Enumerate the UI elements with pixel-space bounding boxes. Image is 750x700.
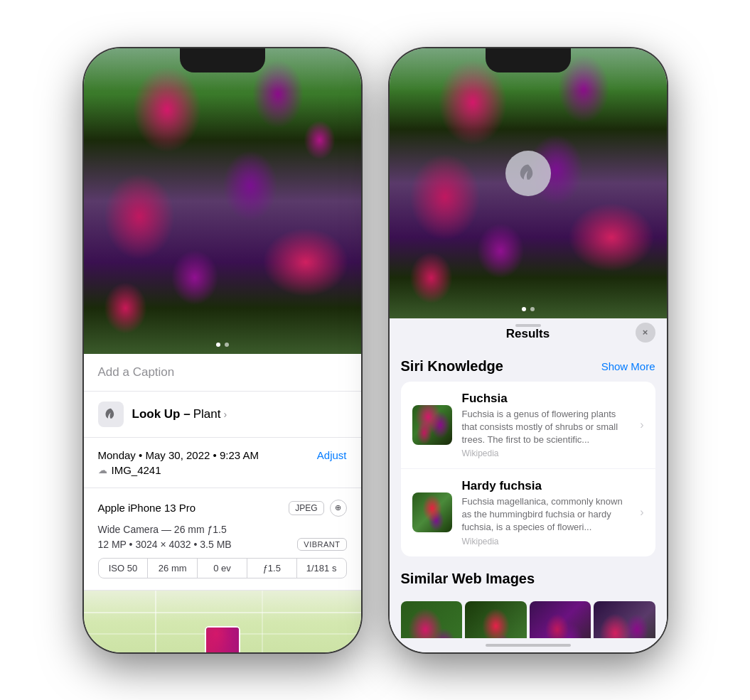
caption-placeholder[interactable]: Add a Caption [98,365,175,379]
siri-visual-intelligence-circle[interactable] [505,151,551,196]
specs-text: 12 MP • 3024 × 4032 • 3.5 MB [98,539,232,550]
siri-knowledge-header: Siri Knowledge Show More [401,347,655,382]
right-home-bar [486,644,571,647]
show-more-button[interactable]: Show More [601,360,655,372]
web-images-title: Similar Web Images [401,571,535,587]
hardy-thumbnail [412,492,452,532]
siri-knowledge-title: Siri Knowledge [401,358,503,375]
web-image-2[interactable] [465,601,527,638]
results-title: Results [506,327,550,341]
hardy-description: Fuchsia magellanica, commonly known as t… [462,495,631,534]
right-dot-indicator [522,307,535,311]
fuchsia-source: Wikipedia [462,448,631,458]
map-road-v1 [155,591,156,652]
right-photo-area[interactable] [390,48,667,318]
exif-focal: 26 mm [148,559,198,578]
caption-area[interactable]: Add a Caption [84,354,361,392]
web-images-grid[interactable] [401,601,655,638]
lookup-chevron-icon: › [223,409,227,420]
hardy-source: Wikipedia [462,537,631,546]
map-road-v2 [262,591,263,652]
right-home-indicator [390,638,667,652]
web-image-1[interactable] [401,601,463,638]
results-header: Results × [390,318,667,347]
photo-specs-row: 12 MP • 3024 × 4032 • 3.5 MB VIBRANT [98,538,347,551]
camera-info: Wide Camera — 26 mm ƒ1.5 [98,524,347,535]
leaf-icon [104,407,118,421]
map-photo-thumb [205,626,240,652]
exif-shutter: 1/181 s [297,559,346,578]
web-images-header: Similar Web Images [401,559,655,594]
lookup-row[interactable]: Look Up – Plant › [84,392,361,438]
fuchsia-thumbnail [412,405,452,445]
exif-aperture: ƒ1.5 [247,559,297,578]
device-name: Apple iPhone 13 Pro [98,502,196,514]
dot-2 [225,343,229,347]
vibrant-badge: VIBRANT [297,538,346,551]
fuchsia-thumb-image [412,405,452,445]
hardy-fuchsia-item[interactable]: Hardy fuchsia Fuchsia magellanica, commo… [401,469,655,556]
map-area[interactable] [84,591,361,652]
hardy-thumb-image [412,492,452,532]
photo-dot-indicator [216,343,229,347]
fuchsia-chevron-icon: › [640,419,643,431]
map-road-h1 [84,612,361,613]
right-screen: Results × Siri Knowledge Show More [390,48,667,652]
left-phone: Add a Caption Look Up – Plant › Monday •… [84,48,361,652]
fuchsia-name: Fuchsia [462,392,631,406]
results-content[interactable]: Siri Knowledge Show More Fuchsia Fuchsia… [390,347,667,638]
left-screen: Add a Caption Look Up – Plant › Monday •… [84,48,361,652]
device-row: Apple iPhone 13 Pro JPEG ⊕ [98,500,347,517]
web-image-3[interactable] [530,601,591,638]
hardy-text: Hardy fuchsia Fuchsia magellanica, commo… [462,479,631,546]
lookup-bold-text: Look Up – [132,407,191,421]
date-row: Monday • May 30, 2022 • 9:23 AM Adjust [98,449,347,461]
right-notch [486,48,571,72]
exif-row: ISO 50 26 mm 0 ev ƒ1.5 1/181 s [98,558,347,578]
siri-leaf-icon [518,163,539,184]
adjust-button[interactable]: Adjust [317,449,347,461]
exif-ev: 0 ev [198,559,247,578]
web-images-section: Similar Web Images [401,559,655,638]
notch [180,48,265,72]
flower-background [84,48,361,354]
lookup-icon [98,402,124,427]
info-section: Monday • May 30, 2022 • 9:23 AM Adjust ☁… [84,438,361,488]
knowledge-card: Fuchsia Fuchsia is a genus of flowering … [401,382,655,556]
dot-1 [216,343,220,347]
right-phone: Results × Siri Knowledge Show More [390,48,667,652]
lookup-subject: Plant [193,407,221,421]
filename-row: ☁ IMG_4241 [98,464,347,476]
location-badge: ⊕ [330,500,347,517]
cloud-icon: ☁ [98,465,107,475]
photo-date: Monday • May 30, 2022 • 9:23 AM [98,449,259,461]
right-dot-2 [530,307,535,311]
web-image-4[interactable] [594,601,655,638]
hardy-name: Hardy fuchsia [462,479,631,493]
fuchsia-text: Fuchsia Fuchsia is a genus of flowering … [462,392,631,459]
fuchsia-item[interactable]: Fuchsia Fuchsia is a genus of flowering … [401,382,655,470]
drag-handle[interactable] [515,324,541,327]
lookup-label: Look Up – Plant › [132,407,227,421]
results-panel: Results × Siri Knowledge Show More [390,318,667,638]
format-badges: JPEG ⊕ [289,500,346,517]
close-button[interactable]: × [636,323,655,343]
hardy-chevron-icon: › [640,506,643,519]
photo-area[interactable] [84,48,361,354]
jpeg-badge: JPEG [289,501,323,515]
fuchsia-description: Fuchsia is a genus of flowering plants t… [462,408,631,447]
right-dot-1 [522,307,526,311]
filename: IMG_4241 [112,464,161,476]
exif-iso: ISO 50 [99,559,149,578]
device-section: Apple iPhone 13 Pro JPEG ⊕ Wide Camera —… [84,488,361,591]
